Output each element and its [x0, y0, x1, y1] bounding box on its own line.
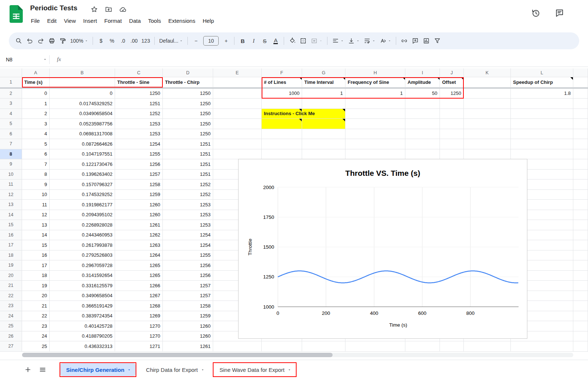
font-size-button[interactable]: 10: [203, 36, 219, 46]
sheets-logo-icon[interactable]: [10, 5, 23, 23]
cell-A13[interactable]: 11: [22, 200, 50, 210]
cell-B10[interactable]: 0.1396263402: [50, 170, 115, 180]
cell-B27[interactable]: 0.436332313: [50, 341, 115, 352]
cell-C3[interactable]: 1251: [115, 99, 163, 109]
cell-C15[interactable]: 1261: [115, 220, 163, 230]
redo-button[interactable]: [35, 35, 46, 47]
cell-D16[interactable]: 1254: [163, 230, 213, 241]
cell-I3[interactable]: [405, 99, 440, 109]
more-formats-button[interactable]: 123: [140, 35, 152, 47]
cell-F27[interactable]: [262, 341, 302, 352]
cell-B14[interactable]: 0.2094395102: [50, 210, 115, 220]
cell-L2[interactable]: 1.8: [511, 89, 573, 99]
cell-G1[interactable]: Time Interval: [302, 77, 345, 88]
row-header-21[interactable]: 21: [0, 281, 22, 291]
cell-F2[interactable]: 1000: [262, 89, 302, 99]
merge-cells-button[interactable]: [309, 35, 325, 47]
row-header-27[interactable]: 27: [0, 341, 22, 352]
cell-D14[interactable]: 1253: [163, 210, 213, 220]
decrease-decimal-places-button[interactable]: .0: [118, 35, 129, 47]
column-header-G[interactable]: G: [302, 68, 345, 77]
row-header-3[interactable]: 3: [0, 99, 22, 109]
cell-A14[interactable]: 12: [22, 210, 50, 220]
cell-E1[interactable]: [213, 77, 262, 88]
column-header-C[interactable]: C: [115, 68, 163, 77]
cell-C24[interactable]: 1269: [115, 311, 163, 321]
cell-L4[interactable]: [511, 109, 573, 119]
cell-A15[interactable]: 13: [22, 220, 50, 230]
cell-J6[interactable]: [440, 129, 464, 139]
cell-C26[interactable]: 1270: [115, 331, 163, 342]
cell-J8[interactable]: [440, 149, 464, 160]
cell-C9[interactable]: 1256: [115, 159, 163, 170]
cell-D26[interactable]: 1260: [163, 331, 213, 342]
cell-A1[interactable]: Time (s): [22, 77, 50, 88]
create-filter-button[interactable]: [432, 35, 443, 47]
row-header-9[interactable]: 9: [0, 159, 22, 170]
cell-C10[interactable]: 1257: [115, 170, 163, 180]
cell-A16[interactable]: 14: [22, 230, 50, 241]
embedded-chart[interactable]: 100012501500175020000200400600800Throttl…: [238, 159, 527, 339]
undo-button[interactable]: [24, 35, 35, 47]
cell-D21[interactable]: 1257: [163, 281, 213, 291]
row-header-17[interactable]: 17: [0, 240, 22, 250]
row-header-2[interactable]: 2: [0, 89, 22, 99]
row-header-12[interactable]: 12: [0, 190, 22, 200]
cell-H6[interactable]: [345, 129, 405, 139]
cell-J3[interactable]: [440, 99, 464, 109]
cell-F8[interactable]: [262, 149, 302, 160]
cell-D2[interactable]: 1250: [163, 89, 213, 99]
cell-I2[interactable]: 50: [405, 89, 440, 99]
font-button[interactable]: Defaul...: [157, 35, 185, 47]
cell-G6[interactable]: [302, 129, 345, 139]
move-folder-icon[interactable]: [105, 6, 112, 13]
cell-H7[interactable]: [345, 139, 405, 149]
cell-D27[interactable]: 1261: [163, 341, 213, 352]
row-header-4[interactable]: 4: [0, 109, 22, 119]
cell-C27[interactable]: 1271: [115, 341, 163, 352]
cell-B23[interactable]: 0.3665191429: [50, 301, 115, 311]
cell-H5[interactable]: [345, 119, 405, 129]
column-header-A[interactable]: A: [22, 68, 50, 77]
cloud-saved-icon[interactable]: [119, 6, 127, 13]
cell-E27[interactable]: [213, 341, 262, 352]
cell-B25[interactable]: 0.401425728: [50, 321, 115, 331]
cell-L6[interactable]: [511, 129, 573, 139]
cell-C16[interactable]: 1262: [115, 230, 163, 241]
cell-C14[interactable]: 1260: [115, 210, 163, 220]
cell-B19[interactable]: 0.2967059728: [50, 260, 115, 271]
row-header-10[interactable]: 10: [0, 170, 22, 180]
comments-icon[interactable]: [555, 8, 564, 18]
cell-F4[interactable]: Instructions - Click Me: [262, 109, 302, 119]
menu-extensions[interactable]: Extensions: [165, 17, 199, 25]
cell-K7[interactable]: [464, 139, 511, 149]
cell-E8[interactable]: [213, 149, 262, 160]
cell-B20[interactable]: 0.3141592654: [50, 271, 115, 281]
cell-C2[interactable]: 1250: [115, 89, 163, 99]
cell-J4[interactable]: [440, 109, 464, 119]
cell-B1[interactable]: [50, 77, 115, 88]
row-header-11[interactable]: 11: [0, 179, 22, 190]
document-title[interactable]: Periodic Tests: [30, 4, 77, 12]
horizontal-scrollbar-thumb[interactable]: [22, 353, 333, 357]
cell-B11[interactable]: 0.1570796327: [50, 179, 115, 190]
cell-D6[interactable]: 1250: [163, 129, 213, 139]
cell-A21[interactable]: 19: [22, 281, 50, 291]
name-box[interactable]: N8: [0, 57, 47, 63]
cell-D24[interactable]: 1259: [163, 311, 213, 321]
cell-C8[interactable]: 1255: [115, 149, 163, 160]
cell-J5[interactable]: [440, 119, 464, 129]
cell-H3[interactable]: [345, 99, 405, 109]
cell-D17[interactable]: 1254: [163, 240, 213, 250]
row-header-19[interactable]: 19: [0, 260, 22, 271]
cell-L8[interactable]: [511, 149, 573, 160]
menu-insert[interactable]: Insert: [79, 17, 101, 25]
row-header-25[interactable]: 25: [0, 321, 22, 331]
decrease-font-size-button[interactable]: −: [190, 35, 201, 47]
cell-B18[interactable]: 0.2792526803: [50, 250, 115, 261]
select-all-corner[interactable]: [0, 68, 22, 77]
cell-A27[interactable]: 25: [22, 341, 50, 352]
cell-C18[interactable]: 1264: [115, 250, 163, 261]
cell-A8[interactable]: 6: [22, 149, 50, 160]
sheet-tab-chirp-data-for-export[interactable]: Chirp Data for Export: [140, 363, 209, 376]
